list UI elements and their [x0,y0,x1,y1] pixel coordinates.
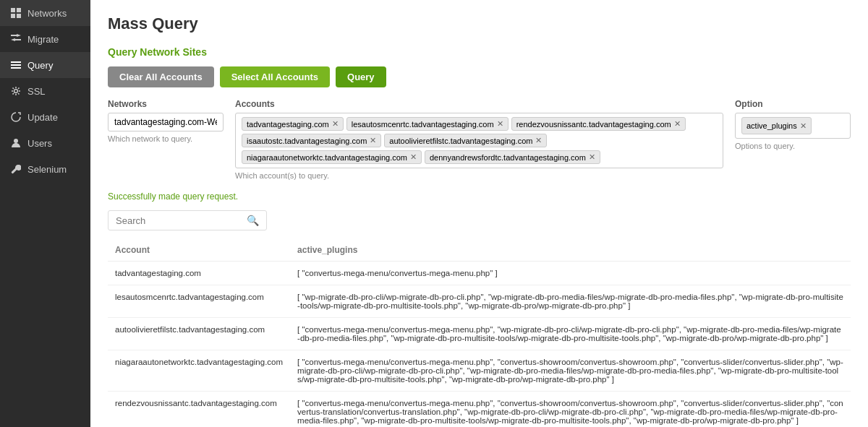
account-cell: lesautosmcenrtc.tadvantagestaging.com [108,285,290,318]
account-tag-7-text: dennyandrewsfordtc.tadvantagestaging.com [430,153,586,162]
option-tag-1[interactable]: active_plugins ✕ [741,117,812,134]
account-tag-1-text: tadvantagestaging.com [247,120,329,129]
svg-rect-3 [17,14,21,18]
table-row: rendezvousnissantc.tadvantagestaging.com… [108,392,851,428]
sidebar-item-selenium[interactable]: Selenium [0,156,90,182]
select-all-button[interactable]: Select All Accounts [220,66,330,87]
account-tag-6-close[interactable]: ✕ [410,152,417,162]
migrate-icon [10,33,22,45]
account-tag-1[interactable]: tadvantagestaging.com ✕ [242,117,344,131]
query-button[interactable]: Query [336,66,386,87]
sidebar-item-ssl-label: SSL [27,86,46,97]
wrench-icon [10,163,22,175]
page-title: Mass Query [108,14,851,33]
value-cell: [ "convertus-mega-menu/convertus-mega-me… [290,262,851,285]
account-tag-4-text: isaautostc.tadvantagestaging.com [247,137,367,145]
account-cell: autoolivieretfilstc.tadvantagestaging.co… [108,318,290,350]
option-tag-1-text: active_plugins [746,121,797,130]
networks-hint: Which network to query. [108,134,224,143]
account-cell: rendezvousnissantc.tadvantagestaging.com [108,392,290,428]
table-row: niagaraautonetworktc.tadvantagestaging.c… [108,350,851,392]
svg-point-11 [14,90,18,93]
table-row: tadvantagestaging.com[ "convertus-mega-m… [108,262,851,285]
account-tag-2-text: lesautosmcenrtc.tadvantagestaging.com [352,120,494,129]
svg-rect-4 [11,35,17,36]
svg-marker-5 [17,34,21,37]
account-tag-4[interactable]: isaautostc.tadvantagestaging.com ✕ [242,134,381,147]
account-tag-7[interactable]: dennyandrewsfordtc.tadvantagestaging.com… [425,150,600,164]
grid-icon [10,7,22,19]
svg-rect-0 [11,8,15,12]
accounts-label: Accounts [235,99,723,109]
sidebar-item-migrate[interactable]: Migrate [0,26,90,52]
account-tag-3-close[interactable]: ✕ [674,119,681,129]
networks-label: Networks [108,99,224,109]
option-tag-1-close[interactable]: ✕ [800,121,807,131]
account-tag-3[interactable]: rendezvousnissantc.tadvantagestaging.com… [511,117,686,131]
account-tag-5-close[interactable]: ✕ [535,136,542,145]
account-tag-2-close[interactable]: ✕ [497,119,503,129]
value-cell: [ "convertus-mega-menu/convertus-mega-me… [290,318,851,350]
svg-rect-6 [14,39,21,40]
sidebar-item-query[interactable]: Query [0,52,90,78]
button-row: Clear All Accounts Select All Accounts Q… [108,66,851,87]
account-tag-4-close[interactable]: ✕ [370,136,376,145]
accounts-tags-box[interactable]: tadvantagestaging.com ✕ lesautosmcenrtc.… [235,113,723,168]
col-account-header: Account [108,239,290,262]
col-plugins-header: active_plugins [290,239,851,262]
search-icon: 🔍 [247,215,259,226]
account-tag-2[interactable]: lesautosmcenrtc.tadvantagestaging.com ✕ [346,117,509,131]
value-cell: [ "wp-migrate-db-pro-cli/wp-migrate-db-p… [290,285,851,318]
option-hint: Options to query. [735,142,851,150]
svg-rect-10 [11,67,21,69]
value-cell: [ "convertus-mega-menu/convertus-mega-me… [290,350,851,392]
list-icon [10,59,22,71]
sidebar-item-update[interactable]: Update [0,104,90,130]
account-tag-7-close[interactable]: ✕ [589,152,595,162]
sidebar-item-networks-label: Networks [27,8,67,19]
sidebar-item-users-label: Users [27,138,52,149]
section-title: Query Network Sites [108,46,851,58]
account-tag-6[interactable]: niagaraautonetworktc.tadvantagestaging.c… [242,150,422,164]
table-row: lesautosmcenrtc.tadvantagestaging.com[ "… [108,285,851,318]
clear-all-button[interactable]: Clear All Accounts [108,66,214,87]
refresh-icon [10,111,22,123]
account-tag-3-text: rendezvousnissantc.tadvantagestaging.com [516,120,671,129]
sidebar-item-users[interactable]: Users [0,130,90,156]
networks-field-group: Networks Which network to query. [108,99,224,143]
gear-icon [10,85,22,97]
svg-point-12 [14,139,18,143]
results-table: Account active_plugins tadvantagestaging… [108,239,851,427]
sidebar-item-query-label: Query [27,60,53,71]
svg-rect-8 [11,61,21,63]
svg-rect-1 [17,8,21,12]
svg-rect-9 [11,64,21,66]
main-content: Mass Query Query Network Sites Clear All… [90,0,868,427]
sidebar-item-migrate-label: Migrate [27,34,59,45]
account-tag-6-text: niagaraautonetworktc.tadvantagestaging.c… [247,153,407,162]
user-icon [10,137,22,149]
networks-input[interactable] [108,113,224,131]
sidebar-item-networks[interactable]: Networks [0,0,90,26]
search-input[interactable] [116,215,247,226]
option-label: Option [735,99,851,109]
svg-rect-2 [11,14,15,18]
account-tag-1-close[interactable]: ✕ [332,119,339,129]
sidebar: Networks Migrate Query SSL [0,0,90,427]
svg-marker-7 [11,38,15,41]
fields-row: Networks Which network to query. Account… [108,99,851,180]
search-bar: 🔍 [108,210,267,230]
account-cell: niagaraautonetworktc.tadvantagestaging.c… [108,350,290,392]
table-row: autoolivieretfilstc.tadvantagestaging.co… [108,318,851,350]
account-tag-5[interactable]: autoolivieretfilstc.tadvantagestaging.co… [384,134,547,147]
sidebar-item-ssl[interactable]: SSL [0,78,90,104]
account-tag-5-text: autoolivieretfilstc.tadvantagestaging.co… [389,137,532,145]
value-cell: [ "convertus-mega-menu/convertus-mega-me… [290,392,851,428]
option-tags-box[interactable]: active_plugins ✕ [735,113,851,139]
accounts-hint: Which account(s) to query. [235,171,723,180]
sidebar-item-update-label: Update [27,112,58,123]
account-cell: tadvantagestaging.com [108,262,290,285]
success-message: Successfully made query request. [108,191,851,202]
option-field-group: Option active_plugins ✕ Options to query… [735,99,851,150]
sidebar-item-selenium-label: Selenium [27,164,67,175]
